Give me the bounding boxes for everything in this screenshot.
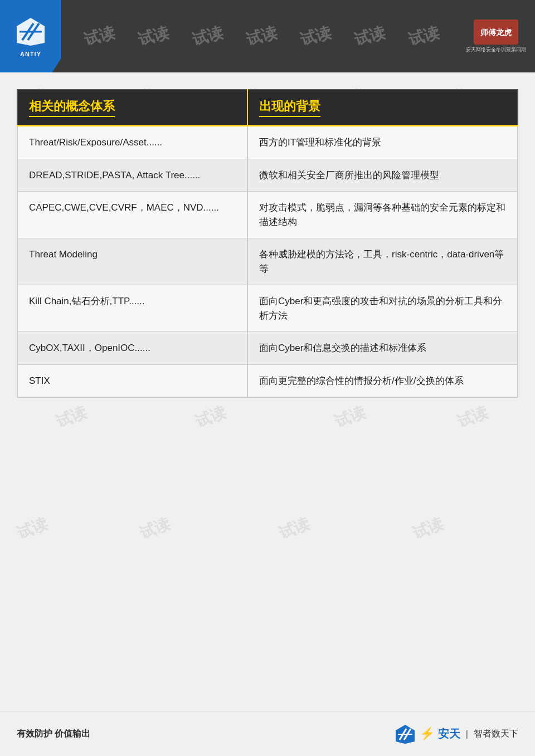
header-right-logo: 师傅龙虎 安天网络安全冬训营第四期 [463, 14, 529, 58]
col2-header-text: 出现的背景 [259, 98, 320, 117]
bg-watermark-17: 试读 [14, 514, 51, 544]
table-cell-col1: STIX [17, 364, 247, 397]
footer-antiy-icon [394, 723, 416, 745]
table-cell-col2: 面向Cyber和信息交换的描述和标准体系 [247, 332, 518, 365]
table-cell-col1: Threat/Risk/Exposure/Asset...... [17, 126, 247, 159]
header-wm-5: 试读 [298, 22, 334, 50]
bg-watermark-15: 试读 [332, 402, 368, 433]
table-cell-col1: DREAD,STRIDE,PASTA, Attack Tree...... [17, 159, 247, 192]
bg-watermark-14: 试读 [192, 402, 229, 433]
table-cell-col2: 各种威胁建模的方法论，工具，risk-centric，data-driven等等 [247, 238, 518, 285]
bg-watermark-16: 试读 [454, 402, 491, 433]
logo-block: ANTIY [0, 0, 61, 72]
table-row: CybOX,TAXII，OpenIOC......面向Cyber和信息交换的描述… [17, 332, 518, 365]
antiy-logo-icon [14, 15, 47, 48]
table-cell-col2: 面向Cyber和更高强度的攻击和对抗的场景的分析工具和分析方法 [247, 285, 518, 332]
table-cell-col1: Threat Modeling [17, 238, 247, 285]
bg-watermark-13: 试读 [53, 402, 90, 433]
footer-logo-text: ⚡ 安天 [420, 726, 460, 742]
footer-slogan: 有效防护 价值输出 [17, 728, 90, 740]
header-wm-7: 试读 [406, 22, 442, 50]
table-row: Threat Modeling各种威胁建模的方法论，工具，risk-centri… [17, 238, 518, 285]
table-row: DREAD,STRIDE,PASTA, Attack Tree......微软和… [17, 159, 518, 192]
footer-brand-text: 安天 [438, 728, 460, 740]
logo-label: ANTIY [20, 51, 41, 57]
table-cell-col2: 对攻击模式，脆弱点，漏洞等各种基础的安全元素的标定和描述结构 [247, 192, 518, 238]
right-logo-icon: 师傅龙虎 [474, 19, 518, 45]
table-cell-col2: 面向更完整的综合性的情报分析/作业/交换的体系 [247, 364, 518, 397]
header-bar: ANTIY 试读 试读 试读 试读 试读 试读 试读 师傅龙虎 安天网络安全冬训… [0, 0, 535, 72]
table-cell-col2: 西方的IT管理和标准化的背景 [247, 126, 518, 159]
svg-text:师傅龙虎: 师傅龙虎 [480, 28, 512, 37]
table-cell-col1: Kill Chain,钻石分析,TTP...... [17, 285, 247, 332]
table-cell-col1: CAPEC,CWE,CVE,CVRF，MAEC，NVD...... [17, 192, 247, 238]
table-header-row: 相关的概念体系 出现的背景 [17, 90, 518, 126]
bg-watermark-19: 试读 [276, 514, 313, 544]
table-row: CAPEC,CWE,CVE,CVRF，MAEC，NVD......对攻击模式，脆… [17, 192, 518, 238]
header-wm-4: 试读 [244, 22, 280, 50]
main-area: 试读试读试读试读试读试读试读试读试读试读试读试读试读试读试读试读试读试读试读试读… [0, 72, 535, 711]
footer-logo-sub: 智者数天下 [474, 728, 518, 740]
bg-watermark-20: 试读 [410, 514, 446, 544]
header-wm-1: 试读 [82, 22, 118, 50]
footer-bar: 有效防护 价值输出 ⚡ 安天 | 智者数天下 [0, 711, 535, 756]
content-table: 相关的概念体系 出现的背景 Threat/Risk/Exposure/Asset… [17, 89, 518, 398]
bg-watermark-18: 试读 [137, 514, 173, 544]
table-row: Kill Chain,钻石分析,TTP......面向Cyber和更高强度的攻击… [17, 285, 518, 332]
col1-header: 相关的概念体系 [17, 90, 247, 126]
col1-header-text: 相关的概念体系 [29, 98, 115, 117]
table-cell-col2: 微软和相关安全厂商所推出的风险管理模型 [247, 159, 518, 192]
table-cell-col1: CybOX,TAXII，OpenIOC...... [17, 332, 247, 365]
header-watermarks: 试读 试读 试读 试读 试读 试读 试读 [61, 26, 463, 47]
table-row: STIX面向更完整的综合性的情报分析/作业/交换的体系 [17, 364, 518, 397]
header-wm-6: 试读 [352, 22, 388, 50]
footer-lightning-icon: ⚡ [420, 726, 435, 740]
right-logo-subtext: 安天网络安全冬训营第四期 [466, 46, 526, 53]
header-wm-3: 试读 [190, 22, 226, 50]
footer-logo: ⚡ 安天 | 智者数天下 [394, 723, 518, 745]
col2-header: 出现的背景 [247, 90, 518, 126]
table-row: Threat/Risk/Exposure/Asset......西方的IT管理和… [17, 126, 518, 159]
footer-separator: | [466, 729, 468, 739]
header-wm-2: 试读 [136, 22, 172, 50]
